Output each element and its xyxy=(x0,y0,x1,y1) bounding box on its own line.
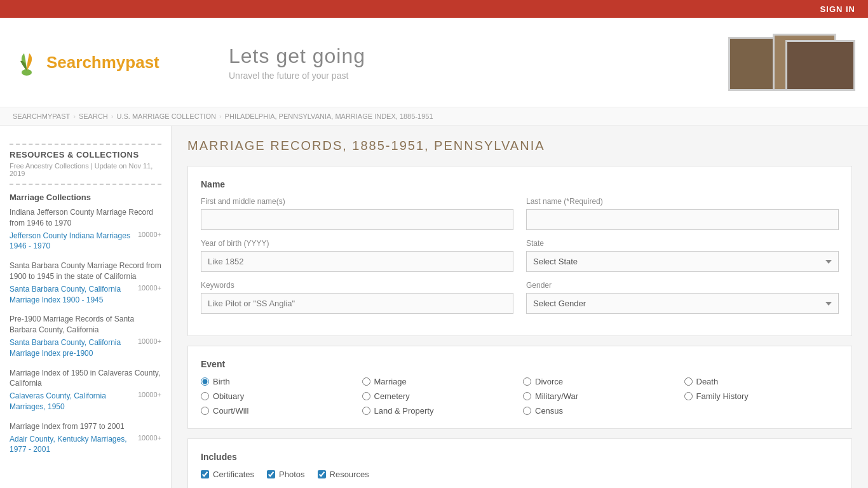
sidebar-item-1-link-row: Jefferson County Indiana Marriages 1946 … xyxy=(10,231,161,252)
breadcrumb-sep-2: › xyxy=(111,112,114,120)
event-cemetery: Cemetery xyxy=(362,391,517,401)
event-birth-label: Birth xyxy=(213,377,230,386)
sidebar-item-5-desc: Marriage Index from 1977 to 2001 xyxy=(10,421,161,432)
resources-label: Resources xyxy=(330,470,369,479)
event-death: Death xyxy=(684,377,839,386)
sidebar-item-5: Marriage Index from 1977 to 2001 Adair C… xyxy=(10,421,161,455)
state-group: State Select State Pennsylvania New York… xyxy=(526,239,839,272)
event-grid: Birth Marriage Divorce Death Obituary xyxy=(201,377,839,416)
event-court-will-radio[interactable] xyxy=(201,407,209,415)
includes-section: Includes Certificates Photos Resources C… xyxy=(187,438,852,488)
birth-year-group: Year of birth (YYYY) xyxy=(201,239,513,272)
last-name-input[interactable] xyxy=(526,209,839,230)
event-land-property-label: Land & Property xyxy=(374,406,434,416)
breadcrumb-search[interactable]: SEARCH xyxy=(79,112,108,120)
name-section-label: Name xyxy=(201,179,839,189)
event-divorce: Divorce xyxy=(523,377,678,386)
keywords-group: Keywords xyxy=(201,281,513,314)
main-layout: RESOURCES & COLLECTIONS Free Ancestry Co… xyxy=(0,126,868,488)
event-marriage-radio[interactable] xyxy=(362,377,370,386)
sidebar: RESOURCES & COLLECTIONS Free Ancestry Co… xyxy=(0,126,172,488)
sidebar-item-3-link-row: Santa Barbara County, California Marriag… xyxy=(10,337,161,359)
include-photos: Photos xyxy=(267,470,304,479)
last-name-label: Last name (*Required) xyxy=(526,197,839,206)
event-section: Event Birth Marriage Divorce Death xyxy=(187,346,852,429)
name-row-1: First and middle name(s) Last name (*Req… xyxy=(201,197,839,230)
resources-checkbox[interactable] xyxy=(318,470,326,478)
sidebar-divider-top xyxy=(10,144,161,145)
sidebar-item-4-count: 10000+ xyxy=(138,391,161,398)
tagline-main: Lets get going xyxy=(229,44,715,68)
event-family-history: Family History xyxy=(684,391,839,401)
event-birth: Birth xyxy=(201,377,356,386)
includes-row: Certificates Photos Resources xyxy=(201,470,839,479)
event-family-history-radio[interactable] xyxy=(684,392,693,400)
breadcrumb-home[interactable]: SEARCHMYPAST xyxy=(13,112,70,120)
sidebar-item-3-link[interactable]: Santa Barbara County, California Marriag… xyxy=(10,337,133,359)
event-obituary-radio[interactable] xyxy=(201,392,209,400)
birth-year-input[interactable] xyxy=(201,251,513,272)
first-name-label: First and middle name(s) xyxy=(201,197,513,206)
event-birth-radio[interactable] xyxy=(201,377,209,386)
gender-label: Gender xyxy=(526,281,839,290)
sidebar-item-3-count: 10000+ xyxy=(138,337,161,345)
photo-3 xyxy=(785,40,855,91)
event-divorce-label: Divorce xyxy=(535,377,563,386)
include-certificates: Certificates xyxy=(201,470,254,479)
first-name-input[interactable] xyxy=(201,209,513,230)
certificates-label: Certificates xyxy=(213,470,254,479)
event-death-radio[interactable] xyxy=(684,377,693,386)
sidebar-resources-sub: Free Ancestry Collections | Update on No… xyxy=(10,162,161,177)
event-obituary-label: Obituary xyxy=(213,391,244,401)
photos-checkbox[interactable] xyxy=(267,470,275,478)
event-land-property-radio[interactable] xyxy=(362,407,370,415)
keywords-input[interactable] xyxy=(201,293,513,314)
logo-area: Searchmypast xyxy=(13,48,191,77)
sidebar-item-4-link[interactable]: Calaveras County, California Marriages, … xyxy=(10,391,133,412)
breadcrumb-current: PHILADELPHIA, PENNSYLVANIA, MARRIAGE IND… xyxy=(225,112,433,120)
keywords-label: Keywords xyxy=(201,281,513,290)
last-name-group: Last name (*Required) xyxy=(526,197,839,230)
sidebar-item-1-link[interactable]: Jefferson County Indiana Marriages 1946 … xyxy=(10,231,133,252)
sidebar-item-1-desc: Indiana Jefferson County Marriage Record… xyxy=(10,207,161,229)
logo-text: Searchmypast xyxy=(46,53,159,72)
sidebar-item-2-desc: Santa Barbara County Marriage Record fro… xyxy=(10,261,161,282)
event-cemetery-radio[interactable] xyxy=(362,392,370,400)
event-section-label: Event xyxy=(201,359,839,369)
breadcrumb-collection[interactable]: U.S. MARRIAGE COLLECTION xyxy=(116,112,215,120)
state-label: State xyxy=(526,239,839,248)
certificates-checkbox[interactable] xyxy=(201,470,209,478)
sidebar-item-2-link[interactable]: Santa Barbara County, California Marriag… xyxy=(10,284,133,306)
includes-section-label: Includes xyxy=(201,452,839,462)
sidebar-item-3: Pre-1900 Marriage Records of Santa Barba… xyxy=(10,314,161,358)
sidebar-item-5-link[interactable]: Adair County, Kentucky Marriages, 1977 -… xyxy=(10,434,133,456)
sidebar-item-3-desc: Pre-1900 Marriage Records of Santa Barba… xyxy=(10,314,161,336)
gender-select[interactable]: Select Gender Male Female xyxy=(526,293,839,314)
photos-label: Photos xyxy=(279,470,304,479)
content-area: MARRIAGE RECORDS, 1885-1951, PENNSYLVANI… xyxy=(172,126,868,488)
header: Searchmypast Lets get going Unravel the … xyxy=(0,18,868,107)
event-census-label: Census xyxy=(535,406,563,416)
name-row-3: Keywords Gender Select Gender Male Femal… xyxy=(201,281,839,314)
event-court-will: Court/Will xyxy=(201,406,356,416)
tagline-sub: Unravel the future of your past xyxy=(229,71,715,81)
name-section: Name First and middle name(s) Last name … xyxy=(187,166,852,336)
sidebar-item-4-link-row: Calaveras County, California Marriages, … xyxy=(10,391,161,412)
event-divorce-radio[interactable] xyxy=(523,377,531,386)
sidebar-divider-bottom xyxy=(10,184,161,185)
header-photos xyxy=(715,27,855,97)
form-title: MARRIAGE RECORDS, 1885-1951, PENNSYLVANI… xyxy=(187,139,852,153)
event-census-radio[interactable] xyxy=(523,407,531,415)
event-cemetery-label: Cemetery xyxy=(374,391,410,401)
logo-icon xyxy=(13,48,41,77)
signin-button[interactable]: SIGN IN xyxy=(820,4,855,14)
state-select[interactable]: Select State Pennsylvania New York Calif… xyxy=(526,251,839,272)
breadcrumb-sep-3: › xyxy=(219,112,222,120)
sidebar-item-1-count: 10000+ xyxy=(138,231,161,238)
photo-stack xyxy=(728,30,855,94)
event-marriage-label: Marriage xyxy=(374,377,407,386)
breadcrumb: SEARCHMYPAST › SEARCH › U.S. MARRIAGE CO… xyxy=(0,107,868,126)
event-military-radio[interactable] xyxy=(523,392,531,400)
breadcrumb-sep-1: › xyxy=(73,112,76,120)
sidebar-item-5-count: 10000+ xyxy=(138,434,161,442)
